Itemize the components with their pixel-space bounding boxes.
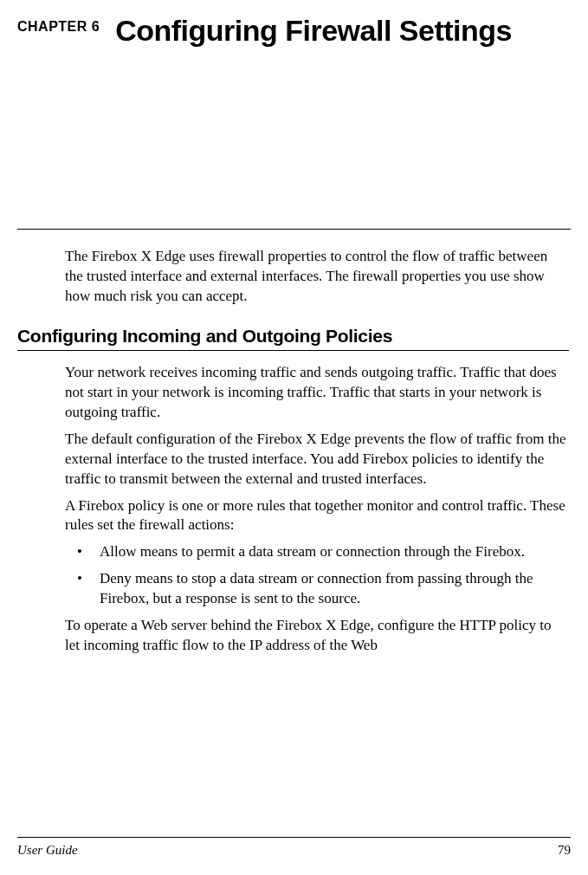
footer-left: User Guide: [17, 843, 78, 858]
section-para-2: The default configuration of the Firebox…: [65, 430, 569, 489]
section-para-3: A Firebox policy is one or more rules th…: [65, 496, 569, 536]
intro-paragraph: The Firebox X Edge uses firewall propert…: [65, 247, 569, 307]
section-heading: Configuring Incoming and Outgoing Polici…: [17, 326, 569, 351]
chapter-title: Configuring Firewall Settings: [115, 14, 512, 47]
page-footer: User Guide 79: [17, 837, 571, 858]
section-para-after-bullets: To operate a Web server behind the Fireb…: [65, 616, 569, 656]
chapter-header: CHAPTER 6 Configuring Firewall Settings: [17, 14, 571, 47]
footer-page-number: 79: [558, 843, 571, 858]
chapter-label: CHAPTER 6: [17, 14, 100, 35]
bullet-list: Allow means to permit a data stream or c…: [65, 542, 569, 609]
section-para-1: Your network receives incoming traffic a…: [65, 363, 569, 423]
main-content: The Firebox X Edge uses firewall propert…: [17, 230, 571, 656]
bullet-item: Deny means to stop a data stream or conn…: [65, 569, 569, 609]
bullet-item: Allow means to permit a data stream or c…: [65, 542, 569, 562]
